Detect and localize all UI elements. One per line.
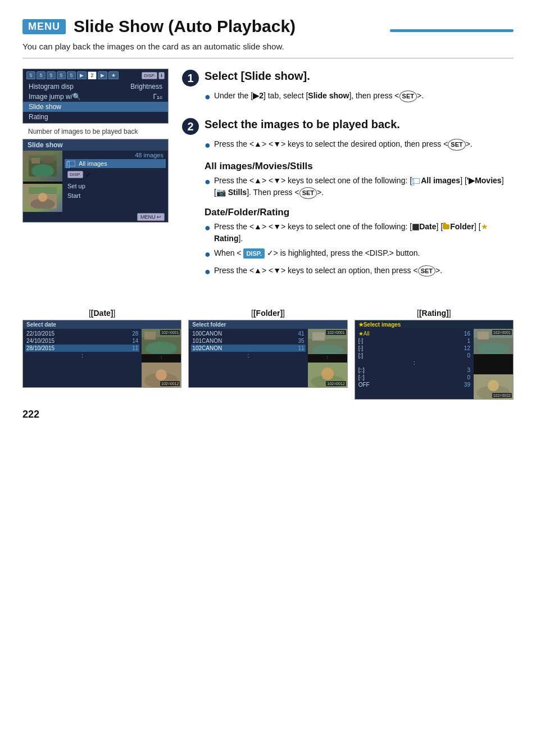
step-2-number: 2 bbox=[182, 118, 199, 135]
step-2-block: 2 Select the images to be played back. ●… bbox=[182, 117, 514, 279]
title-row: MENU Slide Show (Auto Playback) bbox=[22, 17, 514, 36]
cam-menu-row-1: Histogram disp Brightness bbox=[23, 82, 168, 92]
rating-5star-count: 0 bbox=[462, 374, 470, 381]
rating-table-right: 102=0001 102=0022 bbox=[474, 329, 513, 399]
step-1-title: Select [Slide show]. bbox=[205, 69, 310, 83]
cam-row-1-right: Brightness bbox=[130, 83, 162, 90]
date-dots-2: : bbox=[142, 354, 181, 360]
slide-opt-all-images[interactable]: All images bbox=[65, 159, 166, 168]
step-1-bullet-1: ● Under the [▶2] tab, select [Slide show… bbox=[205, 90, 514, 105]
rating-4star-count: 3 bbox=[462, 367, 470, 373]
rating-3star-count: 0 bbox=[462, 352, 470, 359]
folder-row-2: 101CANON 35 bbox=[191, 337, 305, 345]
folder-panel: [[Folder]] Select folder 100CANON 41 101… bbox=[188, 309, 347, 400]
rating-5star: [·:] bbox=[358, 374, 365, 381]
slide-images-count: 48 images bbox=[65, 152, 166, 159]
folder-count-1: 41 bbox=[297, 331, 305, 337]
slide-thumb-top bbox=[23, 151, 62, 182]
subsection-dfr-text-3: Press the <▲> <▼> keys to select an opti… bbox=[214, 265, 442, 277]
all-images-icon bbox=[67, 161, 75, 166]
date-2: 24/10/2015 bbox=[26, 338, 54, 344]
date-row-2: 24/10/2015 14 bbox=[25, 337, 139, 345]
subsection-all-images-text: Press the <▲> <▼> keys to select one of … bbox=[214, 175, 514, 199]
subsection-all-images-bullet-1: ● Press the <▲> <▼> keys to select one o… bbox=[205, 175, 514, 199]
rating-off: OFF bbox=[358, 382, 370, 388]
page-title: Slide Show (Auto Playback) bbox=[74, 17, 296, 36]
svg-point-22 bbox=[321, 368, 334, 380]
cam-tab-star[interactable]: ★ bbox=[108, 71, 119, 79]
menu-badge: MENU bbox=[22, 19, 66, 34]
cam-menu-row-rating: Rating bbox=[23, 112, 168, 122]
folder-dots-2: : bbox=[308, 354, 347, 360]
slide-disp-row: DISP. ✓ bbox=[65, 169, 166, 181]
rating-mini-table: ★Select images ★All 16 [·] 1 [·] 12 bbox=[355, 320, 514, 400]
subsection-date-folder-rating-title: Date/Folder/Rating bbox=[205, 207, 514, 218]
slide-thumb-bottom bbox=[23, 184, 62, 212]
svg-rect-26 bbox=[478, 332, 489, 339]
page-number: 222 bbox=[22, 409, 514, 420]
slide-opt-setup[interactable]: Set up bbox=[65, 182, 166, 191]
date-file-tag-2: 102=0012 bbox=[160, 381, 180, 386]
rating-3star: [:] bbox=[358, 352, 363, 359]
cam-menu-row-slideshow[interactable]: Slide show bbox=[23, 102, 168, 112]
cam-tab-4[interactable]: 5 bbox=[57, 71, 66, 79]
camera-menu: 5 5 5 5 5 ▶ 2 ▶ ★ DISP. ℹ Histogram disp bbox=[22, 69, 169, 124]
rating-1star-count: 1 bbox=[462, 338, 470, 344]
rating-dots: : bbox=[357, 359, 471, 366]
subsection-dfr-bullet-3: ● Press the <▲> <▼> keys to select an op… bbox=[205, 265, 514, 279]
step-1-bullet-1-text: Under the [▶2] tab, select [Slide show],… bbox=[214, 90, 424, 102]
folder-dots: : bbox=[191, 352, 305, 359]
cam-row-2-left: Image jump w/🔍 bbox=[29, 93, 81, 101]
date-row-1: 22/10/2015 28 bbox=[25, 330, 139, 337]
folder-table-left: 100CANON 41 101CANON 35 102CANON 11 : bbox=[189, 329, 307, 387]
step-2-bullet-1: ● Press the <▲> <▼> keys to select the d… bbox=[205, 138, 514, 153]
rating-1star: [·] bbox=[358, 338, 363, 344]
svg-rect-12 bbox=[144, 332, 156, 339]
rating-row-3star: [:] 0 bbox=[357, 352, 471, 359]
cam-tab-5[interactable]: 5 bbox=[67, 71, 76, 79]
cam-tab-play2[interactable]: ▶ bbox=[98, 71, 107, 79]
cam-tab-2[interactable]: 5 bbox=[37, 71, 46, 79]
date-panel-label: [[Date]] bbox=[22, 309, 181, 318]
folder-mini-table: Select folder 100CANON 41 101CANON 35 10… bbox=[188, 320, 347, 388]
rating-table-body: ★All 16 [·] 1 [·] 12 [:] 0 : bbox=[355, 329, 513, 399]
slide-disp-btn[interactable]: DISP. bbox=[67, 171, 83, 178]
svg-rect-3 bbox=[31, 158, 40, 164]
camera-menu-body: Histogram disp Brightness Image jump w/🔍… bbox=[23, 80, 168, 123]
folder-2: 101CANON bbox=[192, 338, 222, 344]
folder-panel-label: [[Folder]] bbox=[188, 309, 347, 318]
cam-tab-2-active[interactable]: 2 bbox=[88, 71, 97, 79]
folder-count-2: 35 bbox=[297, 338, 305, 344]
slide-thumb-area bbox=[23, 151, 62, 212]
camera-menu-badge: DISP. ℹ bbox=[142, 72, 165, 79]
svg-rect-4 bbox=[43, 156, 54, 163]
rating-all-count: 16 bbox=[462, 331, 470, 337]
subsection-dfr-text-2: When < DISP. ✓> is highlighted, press th… bbox=[214, 247, 420, 259]
folder-3: 102CANON bbox=[192, 345, 222, 351]
date-table-left: 22/10/2015 28 24/10/2015 14 28/10/2015 1… bbox=[23, 329, 142, 387]
rating-row-off: OFF 39 bbox=[357, 381, 471, 388]
rating-header-text: Select images bbox=[364, 322, 401, 328]
step-2-bullet-1-text: Press the <▲> <▼> keys to select the des… bbox=[214, 138, 473, 151]
folder-count-3: 11 bbox=[297, 345, 305, 351]
date-mini-table: Select date 22/10/2015 28 24/10/2015 14 … bbox=[22, 320, 181, 388]
main-area: 5 5 5 5 5 ▶ 2 ▶ ★ DISP. ℹ Histogram disp bbox=[22, 69, 514, 292]
slide-opt-start[interactable]: Start bbox=[65, 191, 166, 200]
rating-2star: [·] bbox=[358, 345, 363, 351]
camera-menu-topbar: 5 5 5 5 5 ▶ 2 ▶ ★ DISP. ℹ bbox=[23, 69, 168, 80]
bullet-icon-6: ● bbox=[205, 264, 211, 279]
count-2: 14 bbox=[130, 338, 138, 344]
cam-tab-1[interactable]: 5 bbox=[26, 71, 35, 79]
subsection-dfr-text-1: Press the <▲> <▼> keys to select one of … bbox=[214, 221, 514, 245]
step-2-body: ● Press the <▲> <▼> keys to select the d… bbox=[205, 138, 514, 279]
rating-row-2star: [·] 12 bbox=[357, 345, 471, 352]
folder-table-body: 100CANON 41 101CANON 35 102CANON 11 : bbox=[189, 329, 347, 387]
cam-tab-play[interactable]: ▶ bbox=[77, 71, 87, 79]
rating-table-left: ★All 16 [·] 1 [·] 12 [:] 0 : bbox=[355, 329, 474, 399]
cam-row-rating-label: Rating bbox=[29, 113, 48, 121]
folder-file-tag-1: 102=0001 bbox=[326, 330, 346, 335]
date-row-3: 28/10/2015 11 bbox=[25, 345, 139, 352]
menu-back-button[interactable]: MENU ↩ bbox=[137, 213, 165, 221]
folder-row-1: 100CANON 41 bbox=[191, 330, 305, 337]
cam-tab-3[interactable]: 5 bbox=[47, 71, 56, 79]
